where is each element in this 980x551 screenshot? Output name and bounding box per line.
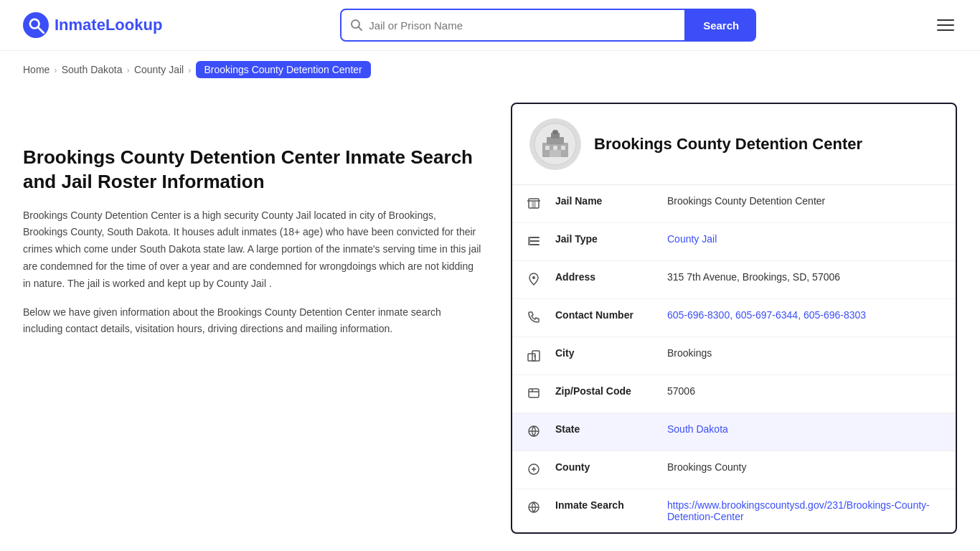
breadcrumb-sep-1: › xyxy=(54,65,57,75)
info-row-address: Address 315 7th Avenue, Brookings, SD, 5… xyxy=(512,261,956,299)
inmate-search-label: Inmate Search xyxy=(555,499,656,511)
logo-icon xyxy=(23,12,49,38)
breadcrumb-home[interactable]: Home xyxy=(23,64,50,75)
facility-image xyxy=(529,118,581,170)
state-value: South Dakota xyxy=(667,423,941,435)
info-row-jail-name: Jail Name Brookings County Detention Cen… xyxy=(512,185,956,223)
state-label: State xyxy=(555,423,656,435)
page-desc-2: Below we have given information about th… xyxy=(23,304,482,339)
svg-rect-15 xyxy=(532,202,536,208)
phone-icon xyxy=(527,310,544,326)
breadcrumb-sep-2: › xyxy=(127,65,130,75)
page-desc-1: Brookings County Detention Center is a h… xyxy=(23,207,482,293)
jail-name-label: Jail Name xyxy=(555,195,656,207)
info-row-zip: Zip/Postal Code 57006 xyxy=(512,375,956,413)
info-row-inmate-search: Inmate Search https://www.brookingscount… xyxy=(512,489,956,532)
svg-rect-10 xyxy=(553,146,557,150)
breadcrumb-jail-type[interactable]: County Jail xyxy=(134,64,184,75)
card-title: Brookings County Detention Center xyxy=(594,135,862,154)
svg-point-20 xyxy=(532,276,535,279)
search-input[interactable] xyxy=(369,19,676,32)
breadcrumb-current: Brookings County Detention Center xyxy=(196,61,371,78)
svg-rect-19 xyxy=(528,237,530,245)
county-value: Brookings County xyxy=(667,461,941,473)
location-icon xyxy=(527,272,544,288)
globe-icon xyxy=(527,500,544,517)
zip-label: Zip/Postal Code xyxy=(555,385,656,397)
hamburger-menu[interactable] xyxy=(934,17,957,34)
address-value: 315 7th Avenue, Brookings, SD, 57006 xyxy=(667,271,941,283)
svg-rect-23 xyxy=(534,355,536,357)
zip-icon xyxy=(527,386,544,402)
list-icon xyxy=(527,234,544,250)
svg-point-0 xyxy=(23,12,49,38)
page-title: Brookings County Detention Center Inmate… xyxy=(23,146,482,194)
info-row-city: City Brookings xyxy=(512,337,956,375)
menu-line-1 xyxy=(937,19,954,21)
breadcrumb: Home › South Dakota › County Jail › Broo… xyxy=(0,51,980,88)
contact-link[interactable]: 605-696-8300, 605-697-6344, 605-696-8303 xyxy=(667,309,866,321)
city-icon xyxy=(527,348,544,364)
info-card: Brookings County Detention Center Jail N… xyxy=(511,103,957,534)
search-icon xyxy=(350,19,363,32)
search-wrapper xyxy=(340,9,686,42)
svg-rect-9 xyxy=(545,146,550,150)
logo-text: InmateLookup xyxy=(55,16,162,34)
state-link[interactable]: South Dakota xyxy=(667,423,728,435)
logo-link[interactable]: InmateLookup xyxy=(23,12,162,38)
city-label: City xyxy=(555,347,656,359)
svg-rect-11 xyxy=(561,146,565,150)
facility-building-icon xyxy=(534,123,577,166)
svg-point-13 xyxy=(552,130,558,134)
info-row-state: State South Dakota xyxy=(512,413,956,451)
menu-line-2 xyxy=(937,24,954,26)
info-row-county: County Brookings County xyxy=(512,451,956,489)
jail-name-value: Brookings County Detention Center xyxy=(667,195,941,207)
menu-line-3 xyxy=(937,29,954,31)
left-panel: Brookings County Detention Center Inmate… xyxy=(23,103,482,349)
contact-label: Contact Number xyxy=(555,309,656,321)
search-button[interactable]: Search xyxy=(686,9,756,42)
inmate-search-value: https://www.brookingscountysd.gov/231/Br… xyxy=(667,499,941,522)
card-header: Brookings County Detention Center xyxy=(512,104,956,185)
right-panel: Brookings County Detention Center Jail N… xyxy=(511,103,957,534)
svg-rect-12 xyxy=(550,150,561,157)
breadcrumb-sep-3: › xyxy=(188,65,191,75)
jail-type-label: Jail Type xyxy=(555,233,656,245)
svg-rect-24 xyxy=(529,389,539,397)
county-label: County xyxy=(555,461,656,473)
jail-type-link[interactable]: County Jail xyxy=(667,233,717,245)
svg-line-4 xyxy=(359,27,362,31)
zip-value: 57006 xyxy=(667,385,941,397)
state-icon xyxy=(527,424,544,441)
contact-value: 605-696-8300, 605-697-6344, 605-696-8303 xyxy=(667,309,941,321)
search-area: Search xyxy=(340,9,756,42)
inmate-search-link[interactable]: https://www.brookingscountysd.gov/231/Br… xyxy=(667,499,930,522)
info-row-contact: Contact Number 605-696-8300, 605-697-634… xyxy=(512,299,956,337)
city-value: Brookings xyxy=(667,347,941,359)
address-label: Address xyxy=(555,271,656,283)
county-icon xyxy=(527,462,544,479)
main-content: Brookings County Detention Center Inmate… xyxy=(0,88,980,548)
info-row-jail-type: Jail Type County Jail xyxy=(512,223,956,261)
breadcrumb-state[interactable]: South Dakota xyxy=(62,64,123,75)
jail-type-value: County Jail xyxy=(667,233,941,245)
header: InmateLookup Search xyxy=(0,0,980,51)
jail-icon xyxy=(527,196,544,212)
